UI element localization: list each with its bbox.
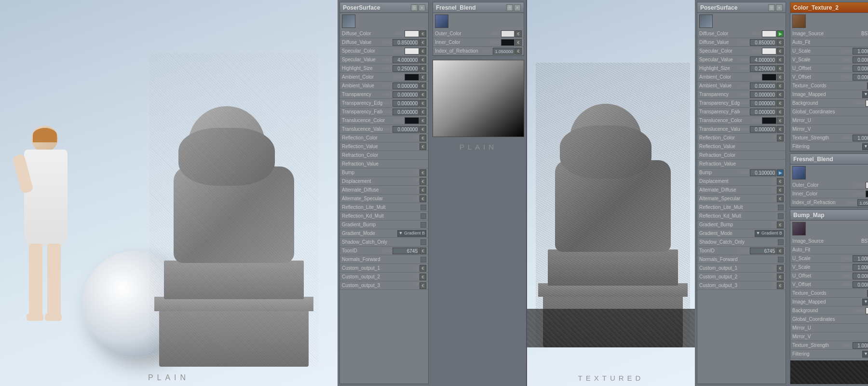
bump-map-panel: Bump_Map ☰ × Image_SourceBSTONE02 Auto_F…: [790, 209, 868, 384]
bump-map-header[interactable]: Bump_Map ☰ ×: [790, 210, 868, 221]
textured-section-label: TEXTURED: [527, 374, 695, 382]
color-texture-header[interactable]: Color_Texture_2 ☰ ×: [790, 2, 868, 13]
panels-area: PoserSurface ☰ × Diffuse_ColorGMO€ Diffu…: [338, 0, 868, 386]
fresnel-blend-left-header[interactable]: Fresnel_Blend ☰ ×: [433, 2, 524, 13]
fresnel-preview-right: [792, 166, 806, 179]
poser-surface-left-header[interactable]: PoserSurface ☰ ×: [340, 2, 428, 13]
poser-surface-right-panel: PoserSurface ☰ × Diffuse_ColorGMO▶ Diffu…: [697, 2, 786, 384]
lion-statue-textured: [536, 63, 690, 347]
textured-render-area: TEXTURED: [526, 0, 695, 386]
poser-preview-left: [342, 14, 355, 28]
fresnel-blend-right-header[interactable]: Fresnel_Blend ☰ ×: [790, 154, 868, 165]
poser-surface-right-header[interactable]: PoserSurface ☰ ×: [697, 2, 786, 13]
gradient-preview: [433, 60, 524, 137]
fresnel-preview-left: [435, 14, 448, 28]
poser-surface-left-title: PoserSurface: [343, 4, 380, 11]
color-texture-preview: [792, 14, 806, 28]
panel-right-close-icon[interactable]: ×: [776, 4, 783, 11]
poser-surface-right-title: PoserSurface: [700, 4, 737, 11]
poser-surface-left-panel: PoserSurface ☰ × Diffuse_ColorGMO€ Diffu…: [339, 2, 429, 384]
render-area: PLAIN: [0, 0, 338, 386]
bump-map-preview: [792, 222, 806, 235]
bump-map-title: Bump_Map: [793, 212, 825, 219]
poser-surface-left-props: Diffuse_ColorGMO€ Diffuse_ValueGMO0.8500…: [340, 29, 428, 384]
bump-stone-preview: [790, 360, 868, 384]
stone-texture-preview: [527, 309, 695, 347]
color-texture-panel: Color_Texture_2 ☰ × Image_SourceBSTONE02…: [790, 2, 868, 152]
fresnel-blend-left-title: Fresnel_Blend: [436, 4, 476, 11]
panel-right-menu-icon[interactable]: ☰: [768, 4, 775, 11]
fresnel-blend-right-title: Fresnel_Blend: [793, 156, 833, 163]
plain-label: PLAIN: [0, 373, 338, 382]
fresnel-menu-icon[interactable]: ☰: [506, 4, 513, 11]
panel-close-icon[interactable]: ×: [419, 4, 425, 11]
panel-menu-icon[interactable]: ☰: [411, 4, 418, 11]
fresnel-close-icon[interactable]: ×: [514, 4, 521, 11]
woman-figure: [14, 125, 77, 376]
poser-preview-right: [699, 14, 713, 28]
lion-statue: [149, 53, 318, 367]
fresnel-blend-right-panel: Fresnel_Blend ☰ × Outer_ColorGMO€ Inner_…: [790, 153, 868, 207]
plain-section-label: PLAIN: [433, 139, 524, 155]
fresnel-blend-left-panel: Fresnel_Blend ☰ × Outer_ColorGMO€ Inner_…: [433, 2, 524, 56]
color-texture-title: Color_Texture_2: [793, 4, 839, 11]
poser-surface-right-props: Diffuse_ColorGMO▶ Diffuse_ValueGMO0.8500…: [697, 29, 786, 384]
